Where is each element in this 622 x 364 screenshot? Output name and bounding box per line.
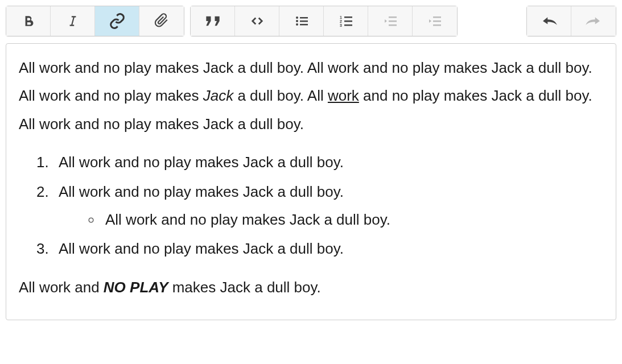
text-segment: All work and (19, 279, 104, 296)
svg-point-2 (296, 23, 298, 26)
format-group (6, 6, 184, 36)
svg-text:3: 3 (340, 23, 342, 27)
svg-rect-9 (344, 16, 352, 18)
quote-button[interactable] (191, 6, 235, 36)
svg-rect-10 (344, 20, 352, 22)
ordered-list: All work and no play makes Jack a dull b… (43, 148, 603, 263)
link-button[interactable] (95, 6, 139, 36)
italic-text: Jack (203, 87, 233, 104)
list-item: All work and no play makes Jack a dull b… (53, 178, 603, 234)
history-group (526, 6, 616, 36)
redo-button[interactable] (571, 6, 616, 36)
outdent-button[interactable] (368, 6, 413, 36)
italic-button[interactable] (51, 6, 95, 36)
svg-rect-3 (300, 17, 308, 19)
undo-icon (539, 15, 559, 27)
svg-point-0 (296, 16, 298, 19)
svg-rect-16 (433, 20, 441, 22)
list-item: All work and no play makes Jack a dull b… (102, 206, 603, 234)
text-segment: makes Jack a dull boy. (168, 279, 320, 296)
svg-rect-15 (433, 16, 441, 18)
block-group: 123 (190, 6, 458, 36)
svg-rect-4 (300, 20, 308, 22)
editor-toolbar: 123 (6, 6, 616, 36)
underlined-text: work (328, 87, 359, 104)
redo-icon (584, 15, 603, 27)
link-icon (109, 13, 126, 30)
bold-italic-text: NO PLAY (104, 279, 168, 296)
text-segment: a dull boy. All (233, 87, 328, 104)
paragraph-1: All work and no play makes Jack a dull b… (19, 54, 603, 138)
attachment-button[interactable] (139, 6, 184, 36)
bold-icon (21, 14, 36, 28)
list-item: All work and no play makes Jack a dull b… (53, 235, 603, 263)
undo-button[interactable] (527, 6, 571, 36)
svg-point-1 (296, 20, 298, 22)
indent-icon (426, 14, 443, 28)
code-icon (249, 15, 266, 27)
outdent-icon (382, 14, 399, 28)
quote-icon (205, 15, 221, 27)
bold-button[interactable] (6, 6, 51, 36)
editor-content-area[interactable]: All work and no play makes Jack a dull b… (6, 43, 616, 320)
code-button[interactable] (235, 6, 279, 36)
svg-text:1: 1 (340, 15, 342, 19)
svg-rect-5 (300, 24, 308, 26)
bullet-list-button[interactable] (279, 6, 324, 36)
numbered-list-button[interactable]: 123 (324, 6, 368, 36)
svg-rect-14 (389, 24, 397, 26)
svg-rect-12 (389, 16, 397, 18)
nested-unordered-list: All work and no play makes Jack a dull b… (92, 206, 603, 234)
paragraph-2: All work and NO PLAY makes Jack a dull b… (19, 274, 603, 301)
list-item: All work and no play makes Jack a dull b… (53, 148, 603, 176)
list-item-text: All work and no play makes Jack a dull b… (59, 183, 344, 200)
svg-text:2: 2 (340, 19, 342, 23)
indent-button[interactable] (413, 6, 457, 36)
italic-icon (65, 14, 80, 28)
svg-rect-17 (433, 24, 441, 26)
numbered-list-icon: 123 (337, 14, 355, 28)
svg-rect-11 (344, 24, 352, 26)
svg-rect-13 (389, 20, 397, 22)
attachment-icon (154, 13, 169, 29)
bullet-list-icon (293, 14, 310, 28)
